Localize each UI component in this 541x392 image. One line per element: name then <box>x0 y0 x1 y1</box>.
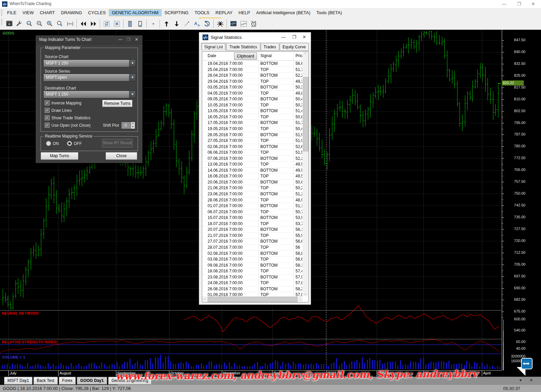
menu-item-tools-beta-[interactable]: Tools (BETA) <box>313 9 345 16</box>
wrench-icon[interactable] <box>15 19 24 28</box>
menu-item-artificial-intelligence-beta-[interactable]: Artificial Intelligence (BETA) <box>253 9 313 16</box>
menu-item-view[interactable]: VIEW <box>19 9 37 16</box>
scroll-right-icon[interactable]: › <box>298 296 303 302</box>
stepper-down-icon[interactable]: ▼ <box>131 125 135 129</box>
remote-control-icon[interactable] <box>521 358 533 369</box>
table-row[interactable]: 16.06.2016 7:00:00TOP49,52 <box>202 173 302 179</box>
table-row[interactable]: 28.06.2016 7:00:00TOP48,92 <box>202 197 302 203</box>
tab-overflow-controls[interactable]: ▾ ✕ <box>520 378 536 383</box>
radio-off[interactable] <box>67 141 72 146</box>
table-row[interactable]: 28.07.2016 7:00:00TOP56 <box>202 245 302 251</box>
maximize-button[interactable]: ❐ <box>290 34 298 40</box>
equity-chart-icon[interactable] <box>239 19 248 28</box>
spider-icon[interactable] <box>215 19 225 28</box>
scroll-up-icon[interactable]: ⌃ <box>303 52 308 57</box>
menu-item-file[interactable]: FILE <box>4 9 19 16</box>
scrollbar-thumb[interactable] <box>208 297 298 302</box>
dialog-tab-trades[interactable]: Trades <box>261 43 279 51</box>
source-series-select[interactable]: MSFT.open ▼ <box>43 74 136 81</box>
table-row[interactable]: 09.08.2016 7:00:00BOTTOM58,17 <box>202 263 302 269</box>
indicator-panel-icon[interactable] <box>229 19 238 28</box>
menu-item-tools[interactable]: TOOLS <box>191 9 212 16</box>
zoom-lens-icon[interactable] <box>55 19 65 28</box>
dialog-tab-trade-statistics[interactable]: Trade Statistics <box>226 43 260 51</box>
table-row[interactable]: 27.07.2016 7:00:00BOTTOM56,61 <box>202 239 302 245</box>
table-row[interactable]: 03.08.2016 7:00:00TOP56,68 <box>202 256 302 263</box>
skip-forward-icon[interactable] <box>89 19 98 28</box>
menu-item-genetic-algorithm[interactable]: GENETIC ALGORITHM <box>109 9 162 16</box>
arrow-up-icon[interactable] <box>162 19 171 28</box>
chevron-down-icon[interactable]: ▼ <box>129 60 136 67</box>
table-row[interactable]: 13.05.2016 7:00:00BOTTOM51,44 <box>202 108 302 114</box>
bar-spacing-icon[interactable] <box>65 19 75 28</box>
chart-window-icon[interactable] <box>4 19 14 28</box>
minimize-button[interactable]: — <box>117 37 123 42</box>
menu-item-help[interactable]: HELP <box>236 9 253 16</box>
menu-item-drawing[interactable]: DRAWING <box>58 9 85 16</box>
table-row[interactable]: 10.05.2016 7:00:00TOP50,33 <box>202 102 302 108</box>
chart-tab-goog-day1[interactable]: GOOG Day1 <box>77 377 107 385</box>
table-row[interactable]: 18.08.2016 7:00:00TOP57,42 <box>202 268 302 274</box>
maximize-button[interactable]: ❐ <box>125 37 132 42</box>
radio-on[interactable] <box>46 141 51 146</box>
table-row[interactable]: 20.06.2016 7:00:00BOTTOM50,64 <box>202 179 302 186</box>
plus-small-icon[interactable] <box>148 19 158 28</box>
menu-item-cycles[interactable]: CYCLES <box>85 9 109 16</box>
destination-chart-select[interactable]: MSFT 1 250 ▼ <box>43 91 136 98</box>
chart-tab-genetic-engineering[interactable]: Genetic Engineering <box>108 377 152 385</box>
remove-turns-button[interactable]: Remove Turns <box>102 100 133 107</box>
table-row[interactable]: 24.08.2016 7:00:00TOP57,8 <box>202 280 302 286</box>
table-row[interactable]: 06.06.2016 7:00:00TOP51,99 <box>202 150 302 156</box>
menu-item-chart[interactable]: CHART <box>37 9 58 16</box>
close-button[interactable]: ✕ <box>526 0 540 8</box>
minimize-button[interactable]: — <box>280 34 287 40</box>
minimize-button[interactable]: — <box>497 0 511 8</box>
table-row[interactable]: 23.08.2016 7:00:00BOTTOM57,9 <box>202 274 302 280</box>
scrollbar-thumb[interactable] <box>303 77 308 151</box>
map-turns-button[interactable]: Map Turns <box>41 152 78 160</box>
battery-empty-icon[interactable] <box>135 19 145 28</box>
checkbox-inverse-mapping[interactable]: ✓ <box>45 100 50 105</box>
table-row[interactable]: 21.06.2016 7:00:00TOP50,2 <box>202 185 302 191</box>
signal-dialog-titlebar[interactable]: Signal Statistics — ❐ ✕ <box>199 32 311 42</box>
table-row[interactable]: 25.04.2016 7:00:00TOP51,78 <box>202 67 302 73</box>
table-row[interactable]: 18.07.2016 7:00:00TOP53,7 <box>202 221 302 227</box>
maximize-button[interactable]: ❐ <box>512 0 526 8</box>
table-row[interactable]: 01.09.2016 7:00:00TOP57,01 <box>202 292 302 296</box>
chevron-down-icon[interactable]: ▼ <box>129 91 136 98</box>
zoom-out-icon[interactable] <box>35 19 44 28</box>
table-row[interactable]: 26.05.2016 7:00:00BOTTOM51,93 <box>202 132 302 138</box>
close-button[interactable]: ✕ <box>301 34 308 40</box>
table-row[interactable]: 06.07.2016 7:00:00TOP50,78 <box>202 209 302 215</box>
chart-tab-msft-day1[interactable]: MSFT Day1 <box>4 377 32 385</box>
dialog-tab-equity-curve[interactable]: Equity Curve <box>280 43 309 51</box>
table-row[interactable]: 04.05.2016 7:00:00TOP49,84 <box>202 91 302 97</box>
table-row[interactable]: 02.08.2016 7:00:00BOTTOM56,85 <box>202 251 302 257</box>
scroll-left-icon[interactable]: ‹ <box>202 296 207 302</box>
table-row[interactable]: 17.05.2016 7:00:00BOTTOM51,72 <box>202 120 302 126</box>
table-row[interactable]: 21.07.2016 7:00:00TOP55,98 <box>202 233 302 239</box>
battery-full-icon[interactable] <box>125 19 135 28</box>
alarm-clock-icon[interactable] <box>249 19 258 28</box>
table-row[interactable]: 26.08.2016 7:00:00BOTTOM58,28 <box>202 286 302 292</box>
shift-plot-stepper[interactable]: 0 ▲▼ <box>121 122 135 129</box>
scroll-down-icon[interactable]: ⌄ <box>303 291 308 296</box>
menu-item-scripting[interactable]: SCRIPTING <box>162 9 192 16</box>
select-refresh-icon[interactable] <box>102 19 111 28</box>
stepper-up-icon[interactable]: ▲ <box>131 122 135 125</box>
select-x-icon[interactable] <box>112 19 121 28</box>
table-row[interactable]: 15.07.2016 7:00:00BOTTOM53,95 <box>202 215 302 221</box>
font-icon[interactable]: AA <box>192 19 202 28</box>
undo-clock-icon[interactable] <box>202 19 212 28</box>
dialog-tab-signal-list[interactable]: Signal List <box>201 43 226 51</box>
zoom-one-icon[interactable]: 1:1 <box>25 19 34 28</box>
chart-tab-back-test[interactable]: Back Test <box>33 377 58 385</box>
checkbox-draw-lines[interactable]: ✓ <box>45 108 50 113</box>
table-row[interactable]: 09.05.2016 7:00:00BOTTOM50,49 <box>202 96 302 102</box>
zoom-in-icon[interactable] <box>45 19 54 28</box>
chevron-down-icon[interactable]: ▼ <box>129 74 136 81</box>
skip-back-icon[interactable] <box>78 19 88 28</box>
close-dialog-button[interactable]: Close <box>105 152 137 160</box>
table-row[interactable]: 14.06.2016 7:00:00BOTTOM49,9 <box>202 168 302 174</box>
table-row[interactable]: 16.05.2016 7:00:00TOP50,8 <box>202 114 302 120</box>
